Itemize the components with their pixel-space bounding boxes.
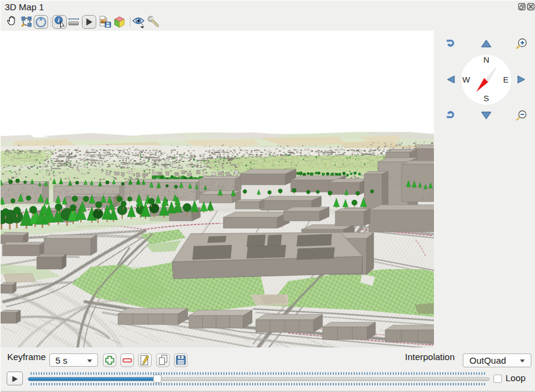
- svg-text:W: W: [462, 75, 470, 84]
- svg-text:E: E: [503, 75, 509, 84]
- svg-text:S: S: [483, 94, 489, 103]
- svg-text:N: N: [483, 55, 489, 64]
- svg-text:i: i: [58, 17, 60, 23]
